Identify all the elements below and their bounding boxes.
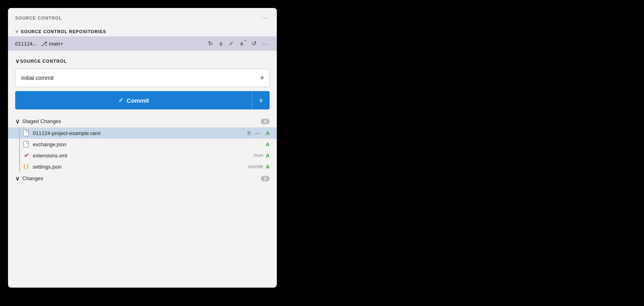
file-item[interactable]: ✔ extensions.xml .mvn A xyxy=(8,150,277,161)
file-status-raml: A xyxy=(263,130,270,136)
sc-section-header: ∨ SOURCE CONTROL xyxy=(15,55,270,69)
panel-more-button[interactable]: ··· xyxy=(260,14,270,22)
sc-section-title: SOURCE CONTROL xyxy=(20,59,67,64)
file-item[interactable]: exchange.json A xyxy=(8,139,277,150)
panel-header: SOURCE CONTROL ··· xyxy=(8,8,277,26)
file-item[interactable]: 011124-project-example.raml ⎘ — A xyxy=(8,127,277,139)
source-control-panel: SOURCE CONTROL ··· ∨ SOURCE CONTROL REPO… xyxy=(8,8,277,288)
branch-name: main+ xyxy=(49,41,63,47)
file-item[interactable]: {} settings.json .vscode A xyxy=(8,161,277,172)
repos-chevron-icon: ∨ xyxy=(15,29,18,34)
copy-file-button[interactable]: ⎘ xyxy=(247,129,252,137)
staged-changes-header: ∨ Staged Changes 4 xyxy=(8,115,277,127)
file-name: exchange.json xyxy=(33,141,263,147)
file-icon-raml xyxy=(22,129,30,137)
file-actions: ⎘ — xyxy=(247,129,261,137)
repo-bar: 011124... ⎇ main+ ↻ ⋔ ✓ ⋔+ ↺ ··· xyxy=(8,36,277,51)
changes-chevron-icon: ∨ xyxy=(15,175,20,182)
file-icon-exchange xyxy=(22,141,30,148)
file-name: settings.json xyxy=(33,164,245,170)
branch-label: ⎇ main+ xyxy=(41,40,63,47)
refresh-button[interactable]: ↺ xyxy=(251,40,258,48)
commit-message-input[interactable] xyxy=(16,69,269,87)
repo-actions: ↻ ⋔ ✓ ⋔+ ↺ ··· xyxy=(207,40,270,48)
staged-changes-title: Staged Changes xyxy=(22,118,61,124)
left-border xyxy=(19,127,20,139)
changes-section-header: ∨ Changes 0 xyxy=(8,172,277,185)
accept-button[interactable]: ✓ xyxy=(228,40,235,48)
file-dir: .vscode xyxy=(247,164,263,169)
changes-count-badge: 0 xyxy=(261,176,270,181)
repo-more-button[interactable]: ··· xyxy=(262,40,270,48)
sc-chevron-icon: ∨ xyxy=(15,57,20,65)
json-brace-icon: {} xyxy=(23,164,29,170)
staged-changes-section: ∨ Staged Changes 4 011124-project-exampl… xyxy=(8,115,277,172)
commit-label: Commit xyxy=(127,97,149,104)
file-status-exchange: A xyxy=(263,141,270,147)
file-icon-extensions: ✔ xyxy=(22,152,30,159)
left-border xyxy=(19,161,20,172)
unstage-file-button[interactable]: — xyxy=(254,130,261,137)
staged-count-badge: 4 xyxy=(261,119,270,124)
sparkle-button[interactable]: ✦ xyxy=(259,74,265,82)
commit-dropdown-button[interactable]: ∨ xyxy=(252,91,270,109)
graph-button[interactable]: ⋔ xyxy=(218,40,224,47)
left-border xyxy=(19,150,20,161)
changes-title: Changes xyxy=(22,175,43,181)
left-border xyxy=(19,139,20,150)
commit-check-icon: ✓ xyxy=(118,97,124,104)
repos-section-title: SOURCE CONTROL REPOSITORIES xyxy=(21,29,106,34)
file-status-settings: A xyxy=(263,164,270,170)
mvn-icon: ✔ xyxy=(24,152,28,159)
source-control-section: ∨ SOURCE CONTROL ✦ ✓ Commit ∨ xyxy=(8,51,277,109)
file-icon-settings: {} xyxy=(22,163,30,170)
sync-button[interactable]: ↻ xyxy=(207,40,214,48)
repos-section-header: ∨ SOURCE CONTROL REPOSITORIES xyxy=(8,26,277,36)
staged-chevron-icon: ∨ xyxy=(15,117,20,125)
staged-file-list: 011124-project-example.raml ⎘ — A exchan… xyxy=(8,127,277,172)
file-status-extensions: A xyxy=(263,153,270,159)
add-branch-button[interactable]: ⋔+ xyxy=(239,40,247,47)
branch-icon: ⎇ xyxy=(41,40,47,47)
file-name: extensions.xml xyxy=(33,153,251,159)
panel-title: SOURCE CONTROL xyxy=(15,16,62,20)
file-name: 011124-project-example.raml xyxy=(33,130,247,136)
commit-message-wrapper: ✦ xyxy=(15,69,270,87)
repo-name: 011124... xyxy=(15,41,37,47)
commit-button[interactable]: ✓ Commit xyxy=(15,91,252,109)
file-dir: .mvn xyxy=(253,153,263,158)
commit-dropdown-icon: ∨ xyxy=(259,97,263,104)
commit-btn-row: ✓ Commit ∨ xyxy=(15,91,270,109)
